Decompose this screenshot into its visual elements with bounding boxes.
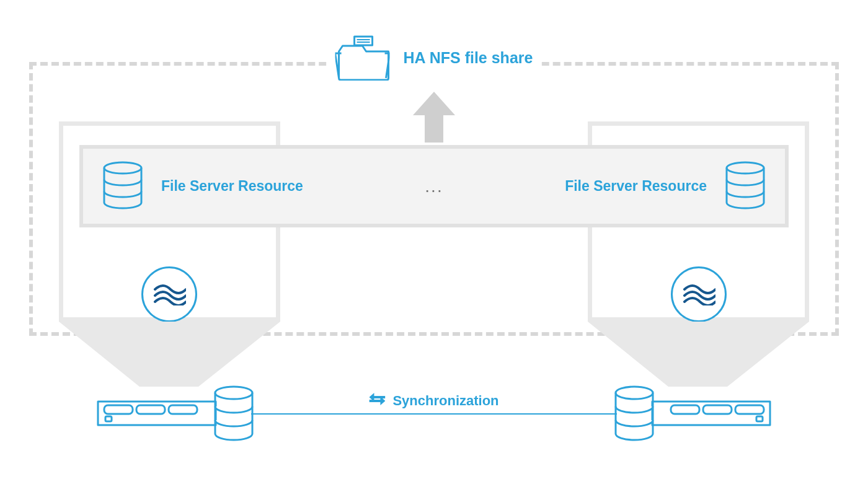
- svg-point-0: [104, 162, 141, 174]
- svg-point-1: [727, 162, 764, 174]
- arrow-up-icon: [413, 92, 455, 145]
- server-hardware-right: [613, 385, 771, 446]
- synchronization-link: [251, 413, 617, 415]
- diagram-stage: File Server Resource ... File Server Res…: [0, 0, 868, 492]
- svg-marker-2: [413, 92, 455, 143]
- synchronization-label: Synchronization: [392, 393, 498, 409]
- svg-point-10: [215, 387, 252, 399]
- folder-icon: [335, 32, 390, 83]
- server-hardware-left: [97, 385, 255, 446]
- diagram-title: HA NFS file share: [404, 49, 533, 67]
- resource-left: File Server Resource: [102, 161, 303, 212]
- svg-point-16: [616, 387, 653, 399]
- storage-icon: [724, 161, 766, 212]
- file-server-resource-bar: File Server Resource ... File Server Res…: [79, 145, 789, 227]
- ha-logo-left: [141, 266, 197, 322]
- resource-right-label: File Server Resource: [565, 178, 707, 195]
- synchronization-label-group: Synchronization: [363, 392, 505, 410]
- sync-arrows-icon: [369, 392, 385, 410]
- resource-right: File Server Resource: [565, 161, 766, 212]
- resource-left-label: File Server Resource: [161, 178, 303, 195]
- ha-nfs-share-header: HA NFS file share: [327, 32, 542, 83]
- storage-icon: [102, 161, 144, 212]
- ellipsis: ...: [425, 177, 443, 196]
- ha-logo-right: [671, 266, 727, 322]
